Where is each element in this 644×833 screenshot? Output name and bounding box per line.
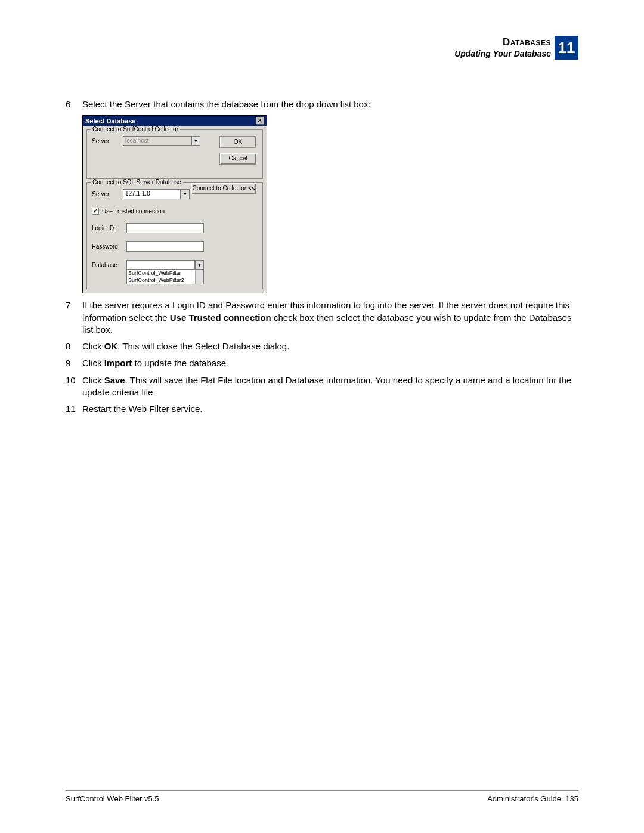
close-icon[interactable]: ✕ <box>256 117 264 125</box>
step-6-number: 6 <box>66 98 82 110</box>
step-8: 8 Click OK. This will close the Select D… <box>66 340 578 352</box>
step-9: 9 Click Import to update the database. <box>66 357 578 369</box>
step-10: 10 Click Save. This will save the Flat F… <box>66 374 578 399</box>
step-9-number: 9 <box>66 357 82 369</box>
password-label: Password: <box>92 243 126 250</box>
step-7-number: 7 <box>66 299 82 311</box>
ok-button[interactable]: OK <box>219 136 256 148</box>
select-database-dialog: Select Database ✕ Connect to SurfControl… <box>82 115 267 293</box>
collector-server-input[interactable]: localhost <box>123 136 191 146</box>
footer-product: SurfControl Web Filter v5.5 <box>66 794 159 803</box>
step-8-pre: Click <box>82 341 104 351</box>
database-option-2[interactable]: SurfControl_WebFilter2 <box>127 277 203 284</box>
chapter-number-box: 11 <box>555 36 578 60</box>
cancel-button[interactable]: Cancel <box>219 153 256 165</box>
database-listbox[interactable]: SurfControl_WebFilter SurfControl_WebFil… <box>126 269 204 284</box>
step-8-bold: OK <box>104 341 118 351</box>
step-11-text: Restart the Web Filter service. <box>82 403 578 415</box>
chevron-down-icon[interactable]: ▼ <box>181 189 190 199</box>
step-8-text: Click OK. This will close the Select Dat… <box>82 340 578 352</box>
trusted-label: Use Trusted connection <box>102 208 165 215</box>
step-9-bold: Import <box>104 358 132 368</box>
step-11-number: 11 <box>66 403 82 415</box>
step-10-number: 10 <box>66 374 82 386</box>
step-7-text: If the server requres a Login ID and Pas… <box>82 299 578 336</box>
dialog-title: Select Database <box>85 117 135 125</box>
page-header: Databases Updating Your Database 11 <box>454 36 578 60</box>
step-6: 6 Select the Server that contains the da… <box>66 98 578 110</box>
step-6-text: Select the Server that contains the data… <box>82 98 578 110</box>
header-subtitle: Updating Your Database <box>454 49 551 59</box>
sql-server-input[interactable]: 127.1.1.0 <box>123 189 181 199</box>
step-7-bold: Use Trusted connection <box>170 312 271 323</box>
footer-page-number: 135 <box>565 794 578 803</box>
collector-group-label: Connect to SurfControl Collector <box>91 126 180 132</box>
step-8-post: . This will close the Select Database di… <box>117 341 289 351</box>
footer-right: Administrator's Guide 135 <box>487 794 578 803</box>
step-10-post: . This will save the Flat File location … <box>82 375 571 397</box>
sql-group-label: Connect to SQL Server Database <box>91 179 183 185</box>
step-10-bold: Save <box>104 375 125 385</box>
step-10-pre: Click <box>82 375 104 385</box>
database-option-1[interactable]: SurfControl_WebFilter <box>127 270 203 277</box>
collector-server-label: Server <box>92 138 123 144</box>
step-11: 11 Restart the Web Filter service. <box>66 403 578 415</box>
collector-groupbox: Connect to SurfControl Collector Server … <box>86 129 263 179</box>
footer-guide-label: Administrator's Guide <box>487 794 561 803</box>
page-footer: SurfControl Web Filter v5.5 Administrato… <box>66 790 578 803</box>
sql-groupbox: Connect to SQL Server Database Server 12… <box>86 182 263 289</box>
password-input[interactable] <box>126 241 204 252</box>
step-9-pre: Click <box>82 358 104 368</box>
login-label: Login ID: <box>92 225 126 231</box>
dialog-titlebar: Select Database ✕ <box>83 116 267 126</box>
header-title: Databases <box>454 36 551 48</box>
step-8-number: 8 <box>66 340 82 352</box>
step-9-text: Click Import to update the database. <box>82 357 578 369</box>
listbox-scrollbar[interactable] <box>195 270 203 284</box>
database-label: Database: <box>92 262 126 268</box>
login-input[interactable] <box>126 223 204 233</box>
sql-server-label: Server <box>92 191 123 197</box>
step-7: 7 If the server requres a Login ID and P… <box>66 299 578 336</box>
step-9-post: to update the database. <box>132 358 228 368</box>
step-10-text: Click Save. This will save the Flat File… <box>82 374 578 399</box>
trusted-checkbox[interactable]: ✔ <box>92 208 99 215</box>
